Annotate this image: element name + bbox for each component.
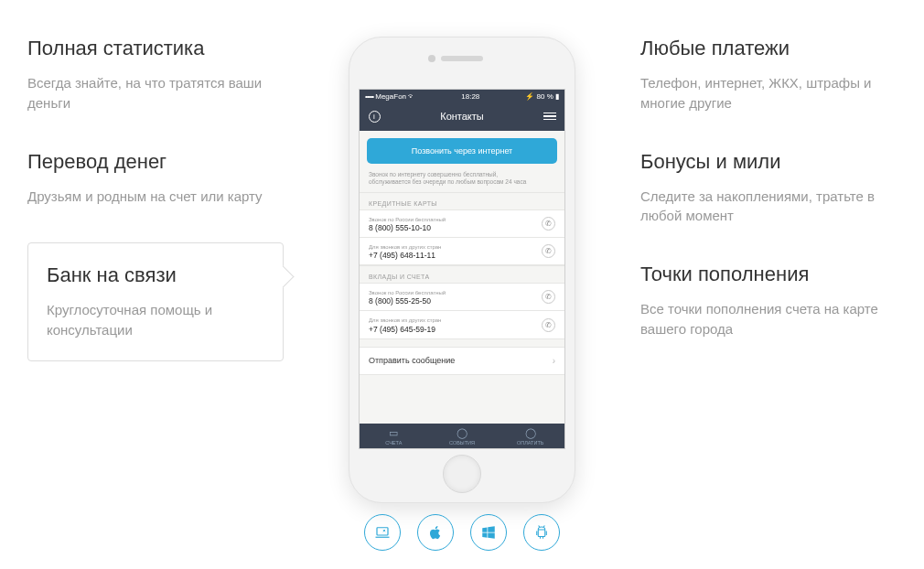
phone-icon[interactable]: ✆ bbox=[542, 217, 555, 231]
windows-icon[interactable] bbox=[470, 514, 507, 551]
phone-preview-column: ••••• MegaFon ᯤ 18:28 ⚡ 80 % ▮ i Контакт… bbox=[343, 37, 581, 503]
status-bar: ••••• MegaFon ᯤ 18:28 ⚡ 80 % ▮ bbox=[360, 90, 564, 103]
laptop-icon[interactable] bbox=[364, 514, 401, 551]
send-message-row[interactable]: Отправить сообщение › bbox=[360, 347, 564, 375]
feature-desc: Следите за накоплениями, тратьте в любой… bbox=[640, 187, 897, 227]
feature-desc: Друзьям и родным на счет или карту bbox=[27, 187, 284, 207]
feature-title: Любые платежи bbox=[640, 37, 897, 60]
status-time: 18:28 bbox=[461, 92, 479, 101]
nav-bar: i Контакты bbox=[360, 103, 564, 131]
status-battery: ⚡ 80 % ▮ bbox=[525, 92, 559, 101]
svg-rect-0 bbox=[377, 528, 388, 535]
tab-events[interactable]: ◯СОБЫТИЯ bbox=[428, 424, 497, 448]
feature-title: Перевод денег bbox=[27, 150, 284, 174]
home-button[interactable] bbox=[443, 455, 481, 493]
contact-row[interactable]: Звонок по России бесплатный8 (800) 555-1… bbox=[360, 209, 564, 238]
call-note: Звонок по интернету совершенно бесплатны… bbox=[360, 171, 564, 192]
phone-camera bbox=[428, 55, 435, 62]
feature-title: Бонусы и мили bbox=[640, 150, 897, 174]
platform-icons bbox=[364, 514, 560, 551]
status-left: ••••• MegaFon ᯤ bbox=[365, 92, 415, 101]
feature-topup[interactable]: Точки пополнения Все точки пополнения сч… bbox=[640, 263, 897, 339]
screen-content: Позвонить через интернет Звонок по интер… bbox=[360, 131, 564, 424]
screen-title: Контакты bbox=[440, 111, 484, 122]
info-icon[interactable]: i bbox=[367, 109, 381, 123]
contact-row[interactable]: Для звонков из других стран+7 (495) 648-… bbox=[360, 237, 564, 265]
feature-stats[interactable]: Полная статистика Всегда знайте, на что … bbox=[27, 37, 284, 113]
contact-row[interactable]: Звонок по России бесплатный8 (800) 555-2… bbox=[360, 283, 564, 311]
feature-desc: Все точки пополнения счета на карте ваше… bbox=[640, 299, 897, 339]
feature-desc: Телефон, интернет, ЖКХ, штрафы и многие … bbox=[640, 73, 897, 113]
phone-icon[interactable]: ✆ bbox=[542, 318, 555, 332]
feature-title: Полная статистика bbox=[27, 37, 284, 60]
svg-rect-1 bbox=[538, 530, 545, 537]
tab-pay[interactable]: ◯ОПЛАТИТЬ bbox=[496, 424, 564, 448]
feature-title: Точки пополнения bbox=[640, 263, 897, 286]
feature-desc: Всегда знайте, на что тратятся ваши день… bbox=[27, 73, 284, 113]
phone-icon[interactable]: ✆ bbox=[542, 290, 555, 304]
phone-screen: ••••• MegaFon ᯤ 18:28 ⚡ 80 % ▮ i Контакт… bbox=[359, 89, 565, 449]
tab-bar: ▭СЧЕТА ◯СОБЫТИЯ ◯ОПЛАТИТЬ bbox=[360, 424, 564, 448]
phone-icon[interactable]: ✆ bbox=[542, 244, 555, 258]
chevron-right-icon: › bbox=[553, 356, 555, 366]
menu-icon[interactable] bbox=[543, 109, 557, 123]
feature-support-active[interactable]: Банк на связи Круглосуточная помощь и ко… bbox=[27, 242, 284, 361]
feature-title: Банк на связи bbox=[47, 263, 264, 287]
feature-bonuses[interactable]: Бонусы и мили Следите за накоплениями, т… bbox=[640, 150, 897, 227]
phone-mockup: ••••• MegaFon ᯤ 18:28 ⚡ 80 % ▮ i Контакт… bbox=[349, 37, 575, 503]
section-header-credit: КРЕДИТНЫЕ КАРТЫ bbox=[360, 192, 564, 210]
apple-icon[interactable] bbox=[417, 514, 454, 551]
tab-accounts[interactable]: ▭СЧЕТА bbox=[360, 424, 428, 448]
android-icon[interactable] bbox=[523, 514, 560, 551]
contact-row[interactable]: Для звонков из других стран+7 (495) 645-… bbox=[360, 310, 564, 338]
send-message-label: Отправить сообщение bbox=[369, 356, 455, 365]
right-feature-column: Любые платежи Телефон, интернет, ЖКХ, шт… bbox=[640, 37, 897, 503]
section-header-deposits: ВКЛАДЫ И СЧЕТА bbox=[360, 265, 564, 284]
feature-payments[interactable]: Любые платежи Телефон, интернет, ЖКХ, шт… bbox=[640, 37, 897, 113]
call-internet-button[interactable]: Позвонить через интернет bbox=[367, 138, 557, 164]
feature-transfer[interactable]: Перевод денег Друзьям и родным на счет и… bbox=[27, 150, 284, 207]
feature-desc: Круглосуточная помощь и консультации bbox=[47, 300, 264, 340]
left-feature-column: Полная статистика Всегда знайте, на что … bbox=[27, 37, 284, 503]
